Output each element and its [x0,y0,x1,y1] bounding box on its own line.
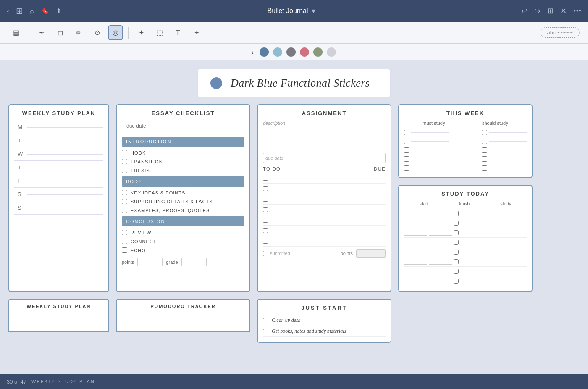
must-check-4[interactable] [404,156,410,162]
supporting-checkbox[interactable] [122,199,127,204]
panel-tool[interactable]: ▤ [8,25,24,40]
points-box-footer[interactable] [356,249,386,258]
grid-view-button[interactable]: ⊞ [16,6,23,16]
must-check-2[interactable] [404,139,410,144]
shapes-tool[interactable]: ✦ [134,25,149,40]
eraser-tool[interactable]: ◻ [52,25,68,40]
connect-checkbox[interactable] [122,239,127,244]
echo-checkbox[interactable] [122,247,127,253]
supporting-row: SUPPORTING DETAILS & FACTS [122,197,244,206]
todo-check-6[interactable] [263,228,268,233]
todo-check-7[interactable] [263,239,268,244]
transition-checkbox[interactable] [122,159,127,164]
essay-due-input[interactable] [122,121,244,131]
grade-input-box[interactable] [181,258,207,266]
close-button[interactable]: ✕ [560,6,567,16]
todo-check-3[interactable] [263,197,268,202]
bottom-bar: 30 of 47 WEEKLY STUDY PLAN [0,374,588,389]
title-dropdown-icon[interactable]: ▾ [312,6,315,16]
day-t2: T [18,164,24,171]
redo-button[interactable]: ↪ [534,6,541,16]
should-check-3[interactable] [482,147,487,153]
examples-checkbox[interactable] [122,208,127,213]
must-check-5[interactable] [404,165,410,171]
pen-tool[interactable]: ✒ [34,25,49,40]
description-label: description [263,121,386,126]
review-checkbox[interactable] [122,230,127,235]
new-page-button[interactable]: ⊞ [547,6,554,16]
supporting-label: SUPPORTING DETAILS & FACTS [131,199,213,204]
day-s2: S [18,205,24,211]
color-pink[interactable] [300,47,309,57]
hook-checkbox[interactable] [122,150,127,155]
connect-row: CONNECT [122,237,244,246]
transition-label: TRANSITION [131,159,163,164]
should-check-2[interactable] [482,139,487,144]
todo-check-1[interactable] [263,176,268,181]
wand-tool[interactable]: ✦ [189,25,204,40]
tw-row-1 [404,128,527,137]
study-check-2[interactable] [454,221,459,226]
color-light-gray[interactable] [327,47,336,57]
st-row-3 [404,228,527,238]
more-button[interactable]: ••• [573,7,581,16]
wsp-day-row: W [14,147,103,161]
highlighter-tool[interactable]: ✏ [71,25,86,40]
study-check-4[interactable] [454,240,459,245]
study-check-1[interactable] [454,211,459,216]
study-today-title: STUDY TODAY [404,191,527,197]
todo-check-2[interactable] [263,186,268,191]
st-row-8 [404,276,527,286]
back-button[interactable]: ‹ [7,7,9,16]
text-tool[interactable]: T [171,25,186,40]
should-check-1[interactable] [482,130,487,135]
study-check-3[interactable] [454,230,459,235]
toolbar: ▤ ✒ ◻ ✏ ⊙ ◎ ✦ ⬚ T ✦ abc ~~~~~ [0,22,588,44]
italic-indicator: i [252,48,254,55]
thesis-checkbox[interactable] [122,168,127,173]
todo-check-5[interactable] [263,218,268,223]
key-ideas-row: KEY IDEAS & POINTS [122,188,244,197]
study-check-7[interactable] [454,269,459,274]
submitted-checkbox[interactable] [263,251,268,256]
abc-tool[interactable]: abc ~~~~~ [541,27,580,38]
hook-label: HOOK [131,150,146,155]
undo-button[interactable]: ↩ [521,6,528,16]
study-check-8[interactable] [454,279,459,284]
color-dark-blue[interactable] [260,47,269,57]
color-palette: i [0,44,588,60]
assignment-card: ASSIGNMENT description due date TO DO du… [257,104,391,292]
wsp-day-row: F [14,174,103,188]
wsp-day-row: S [14,188,103,201]
image-tool[interactable]: ⬚ [152,25,167,40]
due-date-box[interactable]: due date [263,153,386,163]
study-check-5[interactable] [454,250,459,255]
should-check-4[interactable] [482,156,487,162]
study-label: study [500,201,511,206]
js-check-2[interactable] [263,329,268,334]
color-gray[interactable] [286,47,296,57]
color-light-blue[interactable] [273,47,282,57]
tw-row-5 [404,163,527,172]
todo-check-4[interactable] [263,207,268,212]
study-check-6[interactable] [454,259,459,264]
points-input-box[interactable] [137,258,163,266]
review-row: REVIEW [122,228,244,237]
tw-col-headers: must study should study [404,121,527,126]
lasso-select-tool[interactable]: ◎ [108,25,123,40]
must-check-3[interactable] [404,147,410,153]
key-ideas-checkbox[interactable] [122,190,127,195]
should-check-5[interactable] [482,165,487,171]
js-check-1[interactable] [263,318,268,323]
lasso-tool[interactable]: ⊙ [89,25,105,40]
must-check-1[interactable] [404,130,410,135]
description-box[interactable] [263,127,386,150]
bookmark-button[interactable]: 🔖 [41,7,49,15]
body-header: BODY [122,176,244,187]
search-button[interactable]: ⌕ [30,7,34,16]
todo-row-2 [263,184,386,194]
share-button[interactable]: ⬆ [56,7,61,15]
color-sage[interactable] [313,47,323,57]
app-title: Bullet Journal [268,7,308,15]
transition-row: TRANSITION [122,157,244,166]
